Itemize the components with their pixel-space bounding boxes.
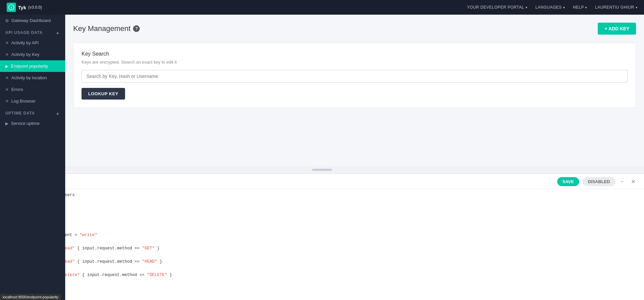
- tyk-logo-text: Tyk: [18, 5, 26, 10]
- search-input[interactable]: [81, 70, 628, 83]
- sidebar-item-label: Endpoint popularity: [11, 64, 48, 69]
- key-search-title: Key Search: [81, 51, 628, 57]
- chevron-down-icon: ▾: [526, 6, 528, 9]
- opa-close-button[interactable]: ✕: [629, 178, 637, 180]
- add-key-button[interactable]: + ADD KEY: [598, 23, 636, 35]
- help-icon[interactable]: ?: [133, 25, 140, 32]
- opa-disabled-button[interactable]: DISABLED: [582, 177, 615, 180]
- tyk-logo-svg: T: [8, 4, 14, 10]
- key-search-subtitle: Keys are encrypted. Search an exact key …: [81, 60, 628, 65]
- drag-handle[interactable]: [312, 169, 332, 171]
- popularity-icon: ▶: [5, 64, 8, 69]
- sidebar-item-endpoint-popularity[interactable]: ▶ Endpoint popularity: [0, 60, 65, 72]
- sidebar-section-uptime: Uptime Data ▲: [0, 107, 65, 118]
- sidebar-item-label: Activity by API: [11, 40, 39, 45]
- languages-link[interactable]: LANGUAGES ▾: [535, 5, 565, 10]
- sidebar-item-service-uptime[interactable]: ▶ Service uptime: [0, 118, 65, 129]
- drag-handle-area: [0, 166, 644, 173]
- opa-minimize-button[interactable]: −: [619, 178, 626, 180]
- collapse-icon[interactable]: ▲: [56, 111, 60, 116]
- sidebar-item-label: Gateway Dashboard: [11, 18, 51, 23]
- chevron-down-icon: ▾: [636, 6, 638, 9]
- uptime-icon: ▶: [5, 121, 8, 126]
- opa-panel: Open Policy Agent SAVE DISABLED − ✕ 1234…: [0, 173, 644, 180]
- sidebar-item-activity-by-location[interactable]: ✳ Activity by location: [0, 72, 65, 84]
- sidebar-item-errors[interactable]: ✳ Errors: [0, 84, 65, 95]
- help-link[interactable]: HELP ▾: [573, 5, 587, 10]
- sidebar-item-activity-by-key[interactable]: ✳ Activity by Key: [0, 49, 65, 60]
- sidebar-item-label: Service uptime: [11, 121, 40, 126]
- opa-save-button[interactable]: SAVE: [557, 177, 579, 180]
- chevron-down-icon: ▾: [585, 6, 587, 9]
- sidebar-item-gateway-dashboard[interactable]: ⊞ Gateway Dashboard: [0, 15, 65, 26]
- version-badge: (v3.0.0): [28, 5, 42, 10]
- tyk-logo: T Tyk (v3.0.0): [7, 3, 42, 12]
- lookup-key-button[interactable]: LOOKUP KEY: [81, 88, 125, 100]
- opa-header: Open Policy Agent SAVE DISABLED − ✕: [0, 174, 644, 180]
- key-icon: ✳: [5, 52, 9, 57]
- key-search-card: Key Search Keys are encrypted. Search an…: [73, 43, 636, 108]
- sidebar-item-label: Activity by Key: [11, 52, 40, 57]
- sidebar-section-api-usage: API Usage Data ▲: [0, 26, 65, 37]
- log-icon: ✳: [5, 99, 9, 104]
- sidebar-item-log-browser[interactable]: ✳ Log Browser: [0, 95, 65, 107]
- user-menu-link[interactable]: LAURENTIU GHIUR ▾: [595, 5, 637, 10]
- sidebar-item-label: Errors: [11, 87, 23, 92]
- page-header: Key Management ? + ADD KEY: [73, 23, 636, 35]
- sidebar-item-label: Activity by location: [11, 75, 47, 80]
- sidebar-item-label: Log Browser: [11, 99, 36, 104]
- svg-text:T: T: [11, 6, 12, 9]
- main-content: Key Management ? + ADD KEY Key Search Ke…: [65, 15, 644, 180]
- grid-icon: ⊞: [5, 18, 9, 23]
- developer-portal-link[interactable]: YOUR DEVELOPER PORTAL ▾: [467, 5, 528, 10]
- page-title: Key Management ?: [73, 24, 140, 33]
- sidebar: ⊞ Gateway Dashboard API Usage Data ▲ ✳ A…: [0, 15, 65, 180]
- sidebar-item-activity-by-api[interactable]: ✳ Activity by API: [0, 37, 65, 49]
- collapse-icon[interactable]: ▲: [56, 30, 60, 35]
- chart-icon: ✳: [5, 41, 9, 45]
- location-icon: ✳: [5, 76, 9, 80]
- chevron-down-icon: ▾: [563, 6, 565, 9]
- opa-header-right: SAVE DISABLED − ✕: [557, 177, 637, 180]
- error-icon: ✳: [5, 87, 9, 92]
- tyk-logo-icon: T: [7, 3, 16, 12]
- top-nav: T Tyk (v3.0.0) YOUR DEVELOPER PORTAL ▾ L…: [0, 0, 644, 15]
- top-nav-left: T Tyk (v3.0.0): [7, 3, 42, 12]
- top-nav-right: YOUR DEVELOPER PORTAL ▾ LANGUAGES ▾ HELP…: [467, 5, 637, 10]
